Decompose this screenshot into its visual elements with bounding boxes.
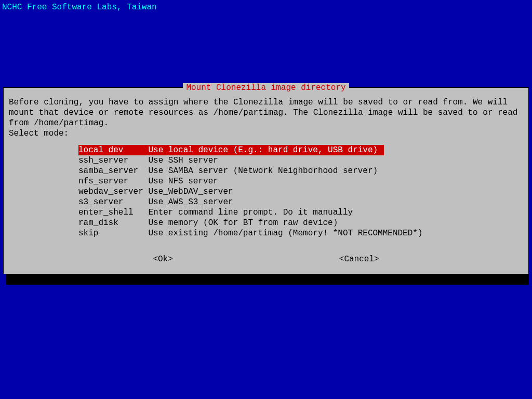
menu-item-samba_server[interactable]: samba_serverUse SAMBA server (Network Ne… bbox=[78, 166, 523, 176]
menu-item-desc: Use NFS server bbox=[148, 177, 218, 186]
mode-menu[interactable]: local_devUse local device (E.g.: hard dr… bbox=[78, 145, 523, 238]
menu-item-key: local_dev bbox=[78, 145, 148, 155]
menu-item-ssh_server[interactable]: ssh_serverUse SSH server bbox=[78, 155, 523, 166]
menu-item-nfs_server[interactable]: nfs_serverUse NFS server bbox=[78, 176, 523, 187]
ok-button[interactable]: <Ok> bbox=[153, 254, 172, 264]
menu-item-key: enter_shell bbox=[78, 207, 148, 218]
menu-item-key: ram_disk bbox=[78, 218, 148, 228]
menu-item-key: samba_server bbox=[78, 166, 148, 176]
mount-dialog: Mount Clonezilla image directory Before … bbox=[3, 87, 529, 274]
menu-item-desc: Use memory (OK for BT from raw device) bbox=[148, 218, 338, 228]
menu-item-key: nfs_server bbox=[78, 176, 148, 187]
menu-item-desc: Use SAMBA server (Network Neighborhood s… bbox=[148, 166, 378, 176]
dialog-shadow-wrap: Mount Clonezilla image directory Before … bbox=[3, 87, 529, 274]
dialog-shadow bbox=[6, 274, 529, 285]
menu-item-skip[interactable]: skipUse existing /home/partimag (Memory!… bbox=[78, 228, 523, 238]
menu-item-desc: Enter command line prompt. Do it manuall… bbox=[148, 208, 353, 217]
menu-item-webdav_server[interactable]: webdav_serverUse_WebDAV_server bbox=[78, 187, 523, 197]
menu-item-ram_disk[interactable]: ram_diskUse memory (OK for BT from raw d… bbox=[78, 218, 523, 228]
menu-item-key: s3_server bbox=[78, 197, 148, 207]
menu-item-desc: Use_AWS_S3_server bbox=[148, 197, 233, 207]
menu-item-local_dev[interactable]: local_devUse local device (E.g.: hard dr… bbox=[78, 145, 523, 155]
cancel-button[interactable]: <Cancel> bbox=[339, 254, 379, 264]
dialog-title: Mount Clonezilla image directory bbox=[183, 83, 349, 92]
menu-item-key: ssh_server bbox=[78, 155, 148, 166]
menu-item-desc: Use existing /home/partimag (Memory! *NO… bbox=[148, 229, 422, 238]
dialog-instructions: Before cloning, you have to assign where… bbox=[9, 97, 523, 139]
menu-item-enter_shell[interactable]: enter_shellEnter command line prompt. Do… bbox=[78, 207, 523, 218]
menu-item-s3_server[interactable]: s3_serverUse_AWS_S3_server bbox=[78, 197, 523, 207]
menu-item-desc: Use_WebDAV_server bbox=[148, 187, 233, 196]
page-header: NCHC Free Software Labs, Taiwan bbox=[0, 0, 532, 12]
menu-item-key: skip bbox=[78, 228, 148, 238]
menu-item-desc: Use local device (E.g.: hard drive, USB … bbox=[148, 145, 378, 155]
menu-item-key: webdav_server bbox=[78, 187, 148, 197]
menu-item-desc: Use SSH server bbox=[148, 156, 218, 165]
